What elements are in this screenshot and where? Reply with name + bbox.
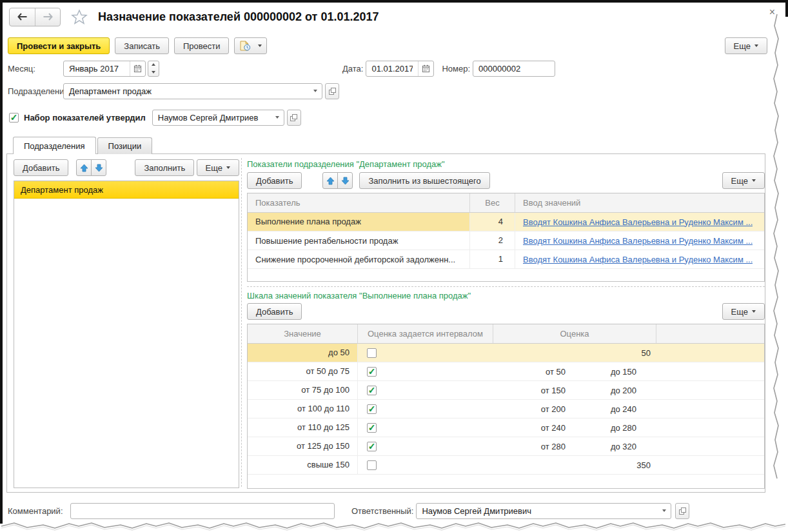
chevron-down-icon: [752, 179, 756, 182]
input-values-link[interactable]: Вводят Кошкина Анфиса Валерьевна и Руден…: [523, 255, 753, 264]
scale-value-cell: до 50: [248, 344, 357, 362]
column-header-indicator[interactable]: Показатель: [248, 193, 469, 212]
month-input[interactable]: [64, 61, 130, 76]
write-button[interactable]: Записать: [115, 37, 169, 54]
tab-pozitsii[interactable]: Позиции: [97, 137, 153, 154]
indicators-add-button[interactable]: Добавить: [247, 172, 302, 189]
open-button[interactable]: [287, 110, 301, 126]
scale-table-row[interactable]: до 50 50: [248, 344, 764, 362]
tab-podrazdeleniya[interactable]: Подразделения: [13, 137, 96, 154]
document-clock-icon: [239, 41, 251, 51]
table-row[interactable]: Повышение рентабельности продаж 2 Вводят…: [248, 232, 764, 250]
open-button[interactable]: [675, 503, 689, 519]
date-input[interactable]: [366, 61, 418, 76]
indicators-more-button[interactable]: Еще: [722, 172, 765, 189]
scale-table-row[interactable]: от 125 до 150 ✓ от 280 до 320: [248, 437, 764, 456]
score-from-cell: от 50: [493, 367, 575, 377]
interval-checkbox[interactable]: ✓: [367, 386, 377, 395]
interval-checkbox[interactable]: ✓: [367, 404, 377, 414]
spinner-up-button[interactable]: [148, 61, 159, 69]
scale-table-row[interactable]: от 50 до 75 ✓ от 50 до 150: [248, 362, 764, 381]
vertical-separator: [241, 158, 242, 487]
scale-table-row[interactable]: от 100 до 110 ✓ от 200 до 240: [248, 400, 764, 419]
scale-add-button[interactable]: Добавить: [247, 303, 302, 320]
input-values-link[interactable]: Вводят Кошкина Анфиса Валерьевна и Руден…: [523, 217, 753, 227]
table-row[interactable]: Выполнение плана продаж 4 Вводят Кошкина…: [248, 213, 764, 232]
scale-title: Шкала значений показателя "Выполнение пл…: [247, 291, 471, 300]
column-header-empty[interactable]: [656, 324, 764, 343]
scale-value-cell: от 125 до 150: [248, 437, 357, 455]
chevron-down-icon: [313, 90, 317, 92]
more-button-top[interactable]: Еще: [725, 37, 767, 54]
column-header-weight[interactable]: Вес: [469, 193, 515, 212]
column-header-value[interactable]: Значение: [248, 324, 357, 343]
tab-bar: Подразделения Позиции: [13, 137, 152, 154]
interval-checkbox[interactable]: ✓: [367, 423, 377, 433]
table-row[interactable]: Снижение просроченной дебиторской задолж…: [248, 250, 764, 269]
move-down-button[interactable]: [337, 172, 353, 189]
responsible-combo[interactable]: Наумов Сергей Дмитриевич: [416, 503, 671, 519]
torn-right-edge: [770, 14, 784, 525]
torn-bottom-edge: [1, 520, 785, 532]
score-to-cell: до 150: [575, 367, 656, 377]
command-bar: Провести и закрыть Записать Провести Еще: [8, 37, 767, 55]
calendar-icon: [133, 64, 142, 73]
month-spinner: [148, 61, 159, 77]
move-down-button[interactable]: [91, 159, 106, 176]
post-button[interactable]: Провести: [174, 37, 230, 54]
arrow-up-icon: [80, 164, 88, 172]
scale-table-row[interactable]: от 110 до 125 ✓ от 240 до 280: [248, 419, 764, 437]
departments-fill-button[interactable]: Заполнить: [135, 159, 194, 176]
post-and-close-button[interactable]: Провести и закрыть: [8, 37, 110, 54]
move-up-button[interactable]: [322, 172, 338, 189]
calendar-button[interactable]: [418, 61, 433, 76]
interval-checkbox[interactable]: [367, 348, 377, 358]
indicators-toolbar: Добавить Заполнить из вышестоящего Еще: [247, 172, 765, 189]
dropdown-button[interactable]: [271, 110, 284, 125]
departments-list: Департамент продаж: [14, 181, 239, 488]
scale-table-header: Значение Оценка задается интервалом Оцен…: [248, 324, 764, 344]
horizontal-separator: [247, 286, 765, 287]
approved-checkbox[interactable]: ✓: [9, 113, 19, 123]
score-from-cell: от 280: [493, 442, 575, 451]
input-values-link[interactable]: Вводят Кошкина Анфиса Валерьевна и Руден…: [523, 236, 753, 246]
column-header-input[interactable]: Ввод значений: [515, 193, 764, 212]
favorites-star-icon[interactable]: [71, 9, 88, 25]
interval-checkbox[interactable]: ✓: [367, 442, 377, 451]
chevron-down-icon: [258, 44, 262, 47]
dropdown-button[interactable]: [658, 504, 671, 518]
back-arrow-icon: [17, 13, 28, 21]
scale-value-cell: от 50 до 75: [248, 362, 357, 380]
department-combo[interactable]: Департамент продаж: [63, 83, 322, 99]
spinner-down-button[interactable]: [148, 68, 159, 76]
score-to-cell: до 280: [575, 423, 656, 433]
interval-checkbox[interactable]: [367, 460, 377, 470]
register-records-button[interactable]: [234, 37, 267, 54]
departments-toolbar: Добавить Заполнить Еще: [14, 159, 239, 176]
departments-add-button[interactable]: Добавить: [14, 159, 68, 176]
forward-button[interactable]: [35, 8, 60, 26]
interval-checkbox[interactable]: ✓: [367, 367, 377, 377]
number-input[interactable]: [473, 61, 555, 77]
approved-combo[interactable]: Наумов Сергей Дмитриев: [152, 110, 284, 126]
dropdown-button[interactable]: [309, 84, 322, 99]
window-border-right: [785, 0, 788, 17]
open-button[interactable]: [325, 83, 339, 99]
fill-from-parent-button[interactable]: Заполнить из вышестоящего: [359, 172, 489, 189]
list-item[interactable]: Департамент продаж: [14, 181, 239, 199]
tab-content-panel: Добавить Заполнить Еще Департамент прода…: [6, 153, 765, 493]
departments-more-button[interactable]: Еще: [197, 159, 239, 176]
department-row: Подразделение: Департамент продаж: [8, 83, 339, 99]
document-window: Назначение показателей 000000002 от 01.0…: [0, 0, 788, 532]
column-header-score[interactable]: Оценка: [493, 324, 656, 343]
indicator-cell: Повышение рентабельности продаж: [248, 236, 469, 246]
back-button[interactable]: [10, 8, 35, 26]
comment-input[interactable]: [70, 503, 335, 519]
move-up-button[interactable]: [76, 159, 92, 176]
column-header-interval[interactable]: Оценка задается интервалом: [357, 324, 493, 343]
scale-table-row[interactable]: свыше 150 350: [248, 456, 764, 475]
calendar-button[interactable]: [130, 61, 145, 76]
scale-more-button[interactable]: Еще: [722, 303, 765, 320]
scale-table-row[interactable]: от 75 до 100 ✓ от 150 до 200: [248, 381, 764, 400]
scale-toolbar: Добавить Еще: [247, 303, 765, 320]
